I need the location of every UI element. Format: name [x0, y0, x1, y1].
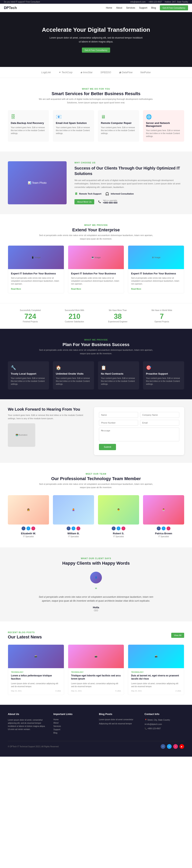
nav-about[interactable]: About [116, 6, 122, 9]
plan-card-desc-0: Your content goes here. Edit or remove t… [11, 377, 46, 385]
form-email-input[interactable] [140, 420, 179, 426]
news-comments-1: 5 Likes [115, 690, 121, 692]
team-header: Meet Our Team Our Professional Technolog… [8, 473, 184, 489]
plan-card-desc-1: Your content goes here. Edit or remove t… [56, 377, 91, 385]
nav-blog[interactable]: Blog [151, 6, 156, 9]
team-card-0: 👩 f t i Elizabeth W. IT Specialist [8, 495, 49, 538]
success-desc: We are well acquainted with all sorts of… [75, 179, 184, 189]
form-company-input[interactable] [140, 412, 179, 418]
team-social-tw-3[interactable]: t [162, 526, 166, 530]
form-phone-input[interactable] [99, 420, 138, 426]
news-grid: 📸 Technology Lorem a tellus pellentesque… [8, 645, 184, 695]
team-title: Our Professional Technology Team Member [8, 476, 184, 481]
footer-email: ✉ info@dptech.com [144, 723, 184, 726]
testimonial-author: Holla [37, 606, 155, 609]
plan-icon-2: 📋 [101, 365, 136, 370]
form-message-textarea[interactable] [99, 428, 179, 441]
success-section: 📊 Team Photo Why Choose Us Success of Ou… [0, 152, 192, 214]
footer-links-col: Important Links Home About Services Supp… [54, 713, 93, 735]
team-social-tw-2[interactable]: t [116, 526, 120, 530]
enterprise-desc: Sed ut perspiciatis unde omnis iste natu… [37, 234, 155, 241]
news-view-all-button[interactable]: View All [171, 633, 184, 638]
footer-link-3[interactable]: Support [54, 728, 93, 731]
enterprise-section: What We Provide Extend Your Enterprise S… [0, 214, 192, 303]
services-title: Smart Services for Better Business Resul… [8, 91, 184, 96]
enterprise-card-link-1[interactable]: Read More [71, 288, 81, 290]
team-role-2: IT Specialist [98, 535, 139, 538]
header-cta-button[interactable]: Get A Free Consultancy [160, 5, 188, 10]
plan-card-title-3: Proactive Support [146, 372, 181, 375]
team-name-1: William B. [53, 532, 94, 535]
team-social-ig-0[interactable]: i [31, 526, 35, 530]
team-social-0: f t i [8, 526, 49, 530]
service-desc-0: Your content goes here. Edit or remove t… [11, 126, 46, 135]
footer-link-2[interactable]: Services [54, 725, 93, 727]
team-name-0: Elizabeth W. [8, 532, 49, 535]
news-body-0: Technology Lorem a tellus pellentesque t… [8, 668, 64, 695]
team-social-ig-3[interactable]: i [167, 526, 170, 530]
contact-left: We Look Forward to Hearing From You Your… [8, 407, 88, 447]
success-btn[interactable]: About More Us [75, 199, 94, 204]
team-social-fb-2[interactable]: f [112, 526, 116, 530]
enterprise-card-desc-0: Sed ut perspiciatis unde omnis iste natu… [11, 277, 61, 285]
social-facebook-btn[interactable]: f [161, 744, 165, 749]
team-card-1: 👩‍🦰 f t i William B. IT Specialist [53, 495, 94, 538]
enterprise-card-desc-2: Sed ut perspiciatis unde omnis iste natu… [131, 277, 181, 285]
enterprise-card-link-0[interactable]: Read More [11, 288, 21, 290]
email-icon: ✉ [144, 723, 146, 725]
logo[interactable]: DPTech [4, 6, 17, 10]
footer-link-1[interactable]: About [54, 722, 93, 724]
team-grid: 👩 f t i Elizabeth W. IT Specialist 👩‍🦰 f… [8, 495, 184, 538]
plan-card-0: 🔧 Trusty Local Support Your content goes… [8, 361, 49, 390]
enterprise-card-0: 📱 Image Expert IT Solution For Your Busi… [8, 245, 64, 293]
service-desc-3: Your content goes here. Edit or remove t… [146, 129, 181, 138]
enterprise-card-2: 🖥 Image Expert IT Solution For Your Busi… [128, 245, 184, 293]
client-logo: ◈ InnoStar [80, 71, 93, 74]
team-social-ig-1[interactable]: i [76, 526, 80, 530]
footer-blog-list: Lorem ipsum dolor sit amet consectetur A… [99, 718, 139, 725]
nav-support[interactable]: Support [139, 6, 147, 9]
team-role-0: IT Specialist [8, 535, 49, 538]
success-items: 🖥 Remote Tech Support 🎧 Informed Consult… [75, 192, 184, 196]
footer-link-4[interactable]: Blog [54, 732, 93, 734]
team-social-ig-2[interactable]: i [121, 526, 126, 530]
social-youtube-btn[interactable]: ▶ [180, 744, 184, 749]
team-social-fb-0[interactable]: f [22, 526, 25, 530]
footer-about-col: About Us Lorem ipsum dolor sit amet, con… [8, 713, 48, 735]
team-social-tw-0[interactable]: t [26, 526, 30, 530]
form-submit-button[interactable]: Submit [99, 444, 116, 450]
plan-title: Plan For Your Business Success [8, 342, 184, 347]
team-social-tw-1[interactable]: t [72, 526, 76, 530]
stat-label-2: We Have More Than [108, 309, 127, 311]
plan-card-1: 🏠 Unlimited Onsite Visits Your content g… [53, 361, 94, 390]
contact-section: We Look Forward to Hearing From You Your… [0, 399, 192, 463]
stat-label-3: We Have in World Wide [152, 309, 172, 311]
footer-blog-0: Lorem ipsum dolor sit amet consectetur [99, 718, 139, 721]
enterprise-label: What We Provide [8, 224, 184, 226]
team-social-fb-1[interactable]: f [66, 526, 71, 530]
stat-sub-1: Customer Satisfaction [65, 320, 84, 323]
enterprise-card-link-2[interactable]: Read More [131, 288, 141, 290]
hero-cta-button[interactable]: Get A Free Consultancy [82, 48, 110, 53]
plan-card-title-2: No Hard Contracts [101, 372, 136, 375]
nav-services[interactable]: Services [126, 6, 135, 9]
footer-link-0[interactable]: Home [54, 718, 93, 721]
testimonial-avatar: 👤 [90, 572, 102, 583]
form-name-input[interactable] [99, 412, 138, 418]
footer-copyright: © DPTech IT Technical Support 2022 | All… [8, 745, 59, 748]
social-twitter-btn[interactable]: t [167, 744, 172, 749]
service-title-3: Server and Network Management [146, 122, 181, 127]
stat-sub-2: Experienced Engineer [108, 320, 127, 323]
service-icon-2: 🖥 [101, 114, 136, 120]
stat-sub-3: Opened Projects [152, 320, 172, 323]
news-tag-0: Technology [11, 671, 61, 673]
team-role-1: IT Specialist [53, 535, 94, 538]
service-desc-2: Your content goes here. Edit or remove t… [101, 126, 136, 135]
nav-home[interactable]: Home [106, 6, 112, 9]
social-instagram-btn[interactable]: i [173, 744, 178, 749]
services-label: What We Do For You [8, 88, 184, 90]
header: DPTech Home About Services Support Blog … [0, 4, 192, 12]
footer: About Us Lorem ipsum dolor sit amet, con… [0, 705, 192, 757]
team-social-fb-3[interactable]: f [157, 526, 161, 530]
service-card-1: 📧 Email And Spam Solution Your content g… [53, 110, 94, 142]
